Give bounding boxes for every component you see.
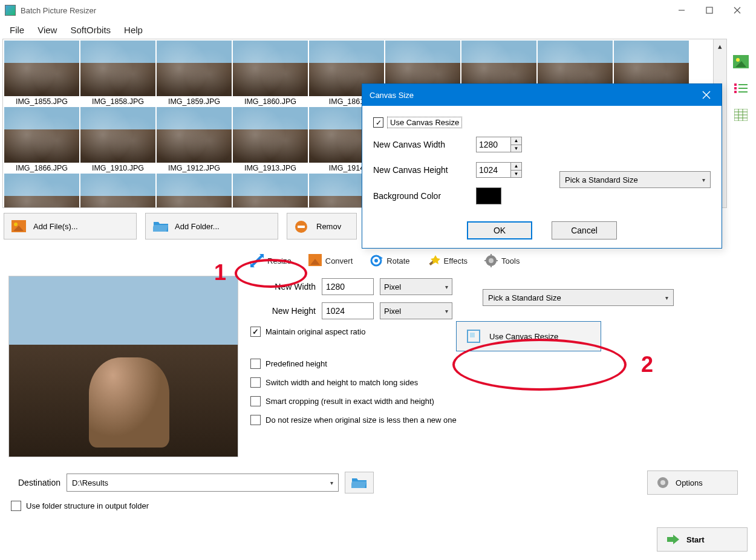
minimize-button[interactable] — [668, 1, 696, 19]
thumbnail-item[interactable] — [157, 174, 232, 207]
gear-icon — [656, 476, 670, 489]
menu-view[interactable]: View — [31, 22, 63, 37]
thumbnail-item[interactable] — [80, 174, 155, 207]
new-width-input[interactable] — [322, 278, 374, 295]
add-folder-button[interactable]: Add Folder... — [145, 213, 278, 239]
app-icon — [5, 5, 16, 16]
menu-help[interactable]: Help — [118, 22, 149, 37]
dialog-close-button[interactable] — [699, 88, 714, 102]
thumbnail-item[interactable]: IMG_1855.JPG — [4, 41, 79, 106]
dialog-cancel-button[interactable]: Cancel — [552, 221, 617, 239]
dialog-title-bar[interactable]: Canvas Size — [362, 84, 722, 106]
no-resize-checkbox[interactable] — [250, 415, 261, 425]
menu-softorbits[interactable]: SoftOrbits — [64, 22, 117, 37]
thumbnail-item[interactable]: IMG_1858.JPG — [80, 41, 155, 106]
maintain-aspect-checkbox[interactable] — [250, 327, 261, 337]
thumbnail-item[interactable]: IMG_1912.JPG — [157, 107, 232, 172]
remove-label: Remov — [316, 222, 341, 231]
svg-rect-38 — [484, 260, 487, 261]
spin-down-icon[interactable]: ▼ — [511, 171, 521, 178]
use-canvas-checkbox[interactable] — [373, 117, 383, 128]
svg-rect-1 — [706, 7, 712, 13]
thumbnail-image — [4, 41, 79, 96]
tab-tools[interactable]: Tools — [476, 250, 528, 271]
tools-icon — [484, 254, 498, 267]
standard-size-select[interactable]: Pick a Standard Size▾ — [483, 289, 674, 306]
side-tools — [729, 50, 752, 122]
start-label: Start — [686, 535, 705, 544]
convert-icon — [308, 254, 322, 267]
canvas-width-spinner[interactable]: ▲▼ — [476, 137, 522, 152]
view-list-icon[interactable] — [732, 81, 749, 96]
use-folder-structure-checkbox[interactable] — [11, 501, 21, 511]
switch-sides-label: Switch width and height to match long si… — [266, 378, 418, 387]
thumbnail-item[interactable]: IMG_1913.JPG — [233, 107, 308, 172]
canvas-icon — [466, 329, 481, 343]
dialog-ok-button[interactable]: OK — [467, 221, 532, 239]
switch-sides-row: Switch width and height to match long si… — [250, 377, 748, 388]
standard-size-value: Pick a Standard Size — [488, 293, 561, 302]
spin-up-icon[interactable]: ▲ — [511, 137, 521, 145]
effects-icon — [427, 254, 440, 267]
width-unit-select[interactable]: Pixel▾ — [380, 278, 452, 295]
use-folder-structure-row: Use folder structure in output folder — [0, 501, 756, 511]
destination-input[interactable]: D:\Results ▾ — [67, 474, 339, 492]
maximize-button[interactable] — [696, 1, 723, 19]
start-button[interactable]: Start — [657, 527, 748, 552]
scroll-up-icon[interactable]: ▴ — [714, 39, 726, 53]
new-height-input[interactable] — [322, 302, 374, 319]
predefined-height-checkbox[interactable] — [250, 359, 261, 369]
svg-rect-10 — [738, 84, 748, 85]
options-button[interactable]: Options — [647, 470, 738, 495]
height-unit-select[interactable]: Pixel▾ — [380, 302, 452, 319]
canvas-height-spinner[interactable]: ▲▼ — [476, 162, 522, 178]
thumbnail-item[interactable]: IMG_1859.JPG — [157, 41, 232, 106]
thumbnail-image — [80, 41, 155, 96]
menu-file[interactable]: File — [4, 22, 30, 37]
tab-rotate[interactable]: Rotate — [361, 250, 418, 271]
tab-effects[interactable]: Effects — [419, 250, 477, 271]
thumbnail-item[interactable] — [4, 174, 79, 207]
tab-tools-label: Tools — [501, 256, 520, 265]
canvas-height-input[interactable] — [476, 162, 511, 178]
chevron-down-icon: ▾ — [445, 284, 448, 290]
thumbnail-item[interactable] — [233, 174, 308, 207]
view-thumbnails-icon[interactable] — [732, 54, 749, 69]
smart-cropping-label: Smart cropping (result in exact width an… — [266, 397, 434, 406]
tab-resize[interactable]: Resize — [242, 250, 300, 271]
add-files-button[interactable]: Add File(s)... — [4, 213, 137, 239]
close-button[interactable] — [723, 1, 751, 19]
main-content: New Width Pixel▾ New Height Pixel▾ Pick — [0, 276, 756, 457]
canvas-height-label: New Canvas Height — [373, 165, 476, 175]
thumbnail-item[interactable]: IMG_1866.JPG — [4, 107, 79, 172]
remove-button[interactable]: Remov — [287, 213, 357, 239]
rotate-icon — [370, 254, 383, 267]
svg-point-5 — [736, 58, 740, 62]
smart-cropping-checkbox[interactable] — [250, 396, 261, 406]
new-width-label: New Width — [250, 282, 322, 291]
bg-color-swatch[interactable] — [476, 187, 501, 204]
new-height-label: New Height — [250, 306, 322, 316]
thumbnail-item[interactable]: IMG_1910.JPG — [80, 107, 155, 172]
remove-icon — [295, 220, 309, 232]
dialog-standard-size-select[interactable]: Pick a Standard Size▾ — [559, 171, 711, 188]
smart-cropping-row: Smart cropping (result in exact width an… — [250, 396, 748, 406]
chevron-down-icon: ▾ — [330, 480, 333, 486]
svg-marker-44 — [667, 535, 679, 544]
dialog-standard-size-value: Pick a Standard Size — [565, 175, 638, 184]
spin-down-icon[interactable]: ▼ — [511, 145, 521, 152]
chevron-down-icon: ▾ — [702, 177, 705, 183]
view-grid-icon[interactable] — [732, 108, 749, 122]
use-canvas-resize-button[interactable]: Use Canvas Resize — [456, 321, 601, 351]
browse-folder-button[interactable] — [345, 472, 374, 493]
use-folder-structure-label: Use folder structure in output folder — [26, 501, 149, 510]
svg-rect-11 — [738, 88, 748, 89]
canvas-button-label: Use Canvas Resize — [489, 332, 558, 341]
height-unit-value: Pixel — [384, 307, 401, 316]
spin-up-icon[interactable]: ▲ — [511, 163, 521, 171]
switch-sides-checkbox[interactable] — [250, 377, 261, 388]
tab-convert[interactable]: Convert — [300, 250, 362, 271]
canvas-width-input[interactable] — [476, 137, 511, 152]
thumbnail-item[interactable]: IMG_1860.JPG — [233, 41, 308, 106]
thumbnail-image — [233, 174, 308, 207]
